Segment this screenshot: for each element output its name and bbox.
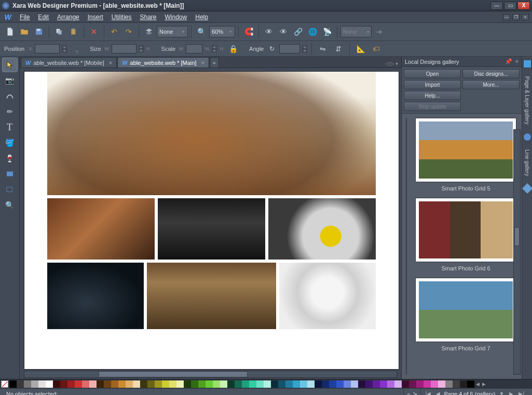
color-swatch[interactable] xyxy=(133,380,140,388)
preview-page-button[interactable]: 👁 xyxy=(262,25,276,38)
color-swatch[interactable] xyxy=(285,380,293,388)
color-swatch[interactable] xyxy=(126,380,133,388)
side-misc-icon[interactable] xyxy=(521,183,532,195)
menu-window[interactable]: Window xyxy=(161,12,192,22)
open-button[interactable] xyxy=(18,25,31,38)
page-dropdown-button[interactable]: ▼ xyxy=(497,391,506,395)
color-swatch[interactable] xyxy=(460,380,467,388)
color-swatch[interactable] xyxy=(220,380,227,388)
color-swatch[interactable] xyxy=(402,380,409,388)
shape-tool[interactable] xyxy=(2,89,18,103)
paste-button[interactable] xyxy=(67,25,80,38)
color-swatch[interactable] xyxy=(60,380,67,388)
design-canvas[interactable] xyxy=(24,71,399,370)
no-color-swatch[interactable] xyxy=(1,380,8,388)
fill-tool[interactable]: 🪣 xyxy=(2,135,18,150)
mdi-minimize-button[interactable]: — xyxy=(503,14,510,20)
scale-w-input[interactable] xyxy=(186,44,202,53)
side-line-icon[interactable] xyxy=(523,133,531,141)
gallery-disc-button[interactable]: Disc designs... xyxy=(462,69,520,78)
pos-x-input[interactable] xyxy=(35,44,60,53)
color-swatch[interactable] xyxy=(176,380,184,388)
grid-photo-3[interactable] xyxy=(268,198,376,260)
text-tool[interactable]: T xyxy=(2,120,18,134)
color-swatch[interactable] xyxy=(394,380,402,388)
color-swatch[interactable] xyxy=(147,380,155,388)
color-swatch[interactable] xyxy=(206,380,213,388)
color-swatch[interactable] xyxy=(365,380,373,388)
scale-line-widths-button[interactable]: 📐 xyxy=(354,42,367,56)
save-button[interactable] xyxy=(32,25,46,38)
tab-scroll-left[interactable]: ◁ xyxy=(385,61,389,66)
color-swatch[interactable] xyxy=(264,380,271,388)
color-swatch[interactable] xyxy=(424,380,431,388)
transparency-tool[interactable]: 🍷 xyxy=(2,151,18,166)
color-swatch[interactable] xyxy=(24,380,31,388)
color-swatch[interactable] xyxy=(278,380,285,388)
tab-menu-button[interactable]: ▾ xyxy=(395,61,398,66)
color-swatch[interactable] xyxy=(17,380,24,388)
color-swatch[interactable] xyxy=(293,380,300,388)
zoom-dropdown[interactable]: 60%▼ xyxy=(209,26,235,37)
color-swatch[interactable] xyxy=(380,380,387,388)
color-swatch[interactable] xyxy=(111,380,118,388)
color-swatch[interactable] xyxy=(191,380,198,388)
angle-input[interactable] xyxy=(279,44,300,53)
menu-insert[interactable]: Insert xyxy=(84,12,107,22)
snap-button[interactable]: 🧲 xyxy=(242,25,255,38)
new-tab-button[interactable]: + xyxy=(210,57,219,67)
window-minimize-button[interactable]: — xyxy=(490,2,503,10)
mdi-restore-button[interactable]: ❐ xyxy=(512,14,520,20)
color-swatch[interactable] xyxy=(416,380,424,388)
color-swatch[interactable] xyxy=(140,380,147,388)
menu-edit[interactable]: Edit xyxy=(34,12,53,22)
color-swatch[interactable] xyxy=(329,380,336,388)
link-target-dropdown[interactable]: None▾ xyxy=(340,26,372,37)
window-maximize-button[interactable]: ▭ xyxy=(504,2,516,10)
mdi-close-button[interactable]: × xyxy=(522,14,529,20)
flip-h-button[interactable]: ⇋ xyxy=(316,42,330,56)
color-swatch[interactable] xyxy=(453,380,460,388)
color-swatch[interactable] xyxy=(184,380,191,388)
color-swatch[interactable] xyxy=(271,380,278,388)
window-close-button[interactable]: X xyxy=(517,2,530,10)
color-swatch[interactable] xyxy=(256,380,264,388)
color-swatch[interactable] xyxy=(431,380,438,388)
flip-v-button[interactable]: ⇵ xyxy=(332,42,345,56)
page-prev-button[interactable]: ◀ xyxy=(434,391,442,395)
menu-file[interactable]: File xyxy=(16,12,34,22)
color-swatch[interactable] xyxy=(358,380,365,388)
color-swatch[interactable] xyxy=(38,380,46,388)
color-swatch[interactable] xyxy=(198,380,206,388)
grid-photo-6[interactable] xyxy=(279,263,376,329)
tab-main[interactable]: Wable_website.web * [Main]× xyxy=(117,57,209,67)
panel-pin-icon[interactable]: 📌 xyxy=(505,58,512,65)
gallery-more-button[interactable]: More... xyxy=(462,80,520,89)
scale-spinner[interactable]: ▲▼ xyxy=(212,45,217,52)
page-last-button[interactable]: ▶| xyxy=(517,391,526,395)
palette-scroll-right[interactable]: ▶ xyxy=(481,382,487,387)
gallery-item[interactable] xyxy=(415,198,516,262)
menu-share[interactable]: Share xyxy=(135,12,160,22)
live-drag-icon[interactable]: ⟐ xyxy=(407,391,411,396)
grid-photo-4[interactable] xyxy=(47,263,144,329)
color-swatch[interactable] xyxy=(75,380,82,388)
color-swatch[interactable] xyxy=(373,380,380,388)
gallery-open-button[interactable]: Open xyxy=(404,69,461,78)
color-swatch[interactable] xyxy=(351,380,358,388)
link-button[interactable]: 🔗 xyxy=(291,25,305,38)
zoom-tool[interactable]: 🔍 xyxy=(2,198,18,212)
tab-mobile[interactable]: Wable_website.web * [Mobile]× xyxy=(21,57,117,67)
color-swatch[interactable] xyxy=(82,380,89,388)
color-swatch[interactable] xyxy=(300,380,307,388)
snap-indicator-icon[interactable]: ↘ xyxy=(413,390,417,395)
side-swatch-icon[interactable] xyxy=(523,60,531,68)
grid-photo-1[interactable] xyxy=(47,198,155,260)
photo-tool[interactable]: 📷 xyxy=(2,73,18,88)
pos-x-spinner[interactable]: ▲▼ xyxy=(62,45,67,52)
lock-aspect-button[interactable]: 🔒 xyxy=(226,42,240,56)
color-swatch[interactable] xyxy=(322,380,329,388)
color-swatch[interactable] xyxy=(336,380,344,388)
goto-link-button[interactable]: ➔ xyxy=(373,25,386,38)
tab-close-icon[interactable]: × xyxy=(109,60,112,66)
